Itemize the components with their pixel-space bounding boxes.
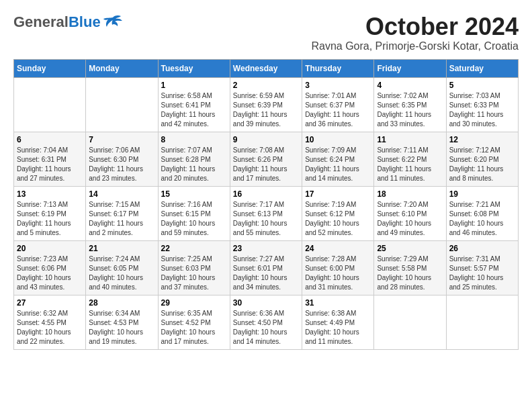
day-number: 23 (233, 244, 299, 253)
calendar-week-row: 1Sunrise: 6:58 AMSunset: 6:41 PMDaylight… (14, 77, 519, 132)
logo-text: GeneralBlue (13, 13, 101, 31)
day-info: Sunrise: 7:20 AMSunset: 6:10 PMDaylight:… (377, 200, 443, 238)
day-number: 26 (449, 244, 515, 253)
day-info: Sunrise: 7:01 AMSunset: 6:37 PMDaylight:… (305, 91, 371, 129)
calendar-cell: 24Sunrise: 7:28 AMSunset: 6:00 PMDayligh… (302, 240, 374, 295)
day-of-week-header: Thursday (302, 59, 374, 77)
calendar-cell: 5Sunrise: 7:03 AMSunset: 6:33 PMDaylight… (446, 77, 518, 132)
calendar-cell: 4Sunrise: 7:02 AMSunset: 6:35 PMDaylight… (374, 77, 446, 132)
day-number: 3 (305, 81, 371, 90)
month-title: October 2024 (311, 13, 519, 40)
calendar-header-row: SundayMondayTuesdayWednesdayThursdayFrid… (14, 59, 519, 77)
calendar-cell: 9Sunrise: 7:08 AMSunset: 6:26 PMDaylight… (230, 132, 302, 186)
day-info: Sunrise: 7:19 AMSunset: 6:12 PMDaylight:… (305, 200, 371, 238)
calendar-cell: 8Sunrise: 7:07 AMSunset: 6:28 PMDaylight… (158, 132, 230, 186)
calendar-cell (446, 295, 518, 349)
day-number: 20 (17, 244, 83, 253)
calendar-cell: 26Sunrise: 7:31 AMSunset: 5:57 PMDayligh… (446, 240, 518, 295)
day-number: 7 (89, 135, 154, 144)
day-number: 5 (449, 81, 515, 90)
calendar-cell: 30Sunrise: 6:36 AMSunset: 4:50 PMDayligh… (230, 295, 302, 349)
calendar-cell: 2Sunrise: 6:59 AMSunset: 6:39 PMDaylight… (230, 77, 302, 132)
day-info: Sunrise: 7:11 AMSunset: 6:22 PMDaylight:… (377, 146, 443, 183)
day-number: 15 (161, 189, 227, 199)
day-number: 4 (377, 81, 443, 90)
day-number: 25 (377, 244, 443, 253)
calendar-cell: 17Sunrise: 7:19 AMSunset: 6:12 PMDayligh… (302, 186, 374, 240)
day-number: 10 (305, 135, 371, 144)
day-info: Sunrise: 7:16 AMSunset: 6:15 PMDaylight:… (161, 200, 227, 238)
calendar-cell: 7Sunrise: 7:06 AMSunset: 6:30 PMDaylight… (86, 132, 158, 186)
day-number: 8 (161, 135, 227, 144)
calendar-cell: 21Sunrise: 7:24 AMSunset: 6:05 PMDayligh… (86, 240, 158, 295)
day-number: 22 (161, 244, 227, 253)
day-number: 27 (17, 298, 83, 308)
calendar-table: SundayMondayTuesdayWednesdayThursdayFrid… (13, 59, 519, 350)
logo: GeneralBlue (13, 13, 122, 31)
day-number: 28 (89, 298, 154, 308)
day-info: Sunrise: 6:32 AMSunset: 4:55 PMDaylight:… (17, 309, 83, 347)
day-info: Sunrise: 7:03 AMSunset: 6:33 PMDaylight:… (449, 91, 515, 129)
page-header: GeneralBlue October 2024 Ravna Gora, Pri… (13, 13, 519, 52)
day-number: 31 (305, 298, 371, 308)
day-number: 18 (377, 189, 443, 199)
calendar-cell: 22Sunrise: 7:25 AMSunset: 6:03 PMDayligh… (158, 240, 230, 295)
day-info: Sunrise: 7:24 AMSunset: 6:05 PMDaylight:… (89, 255, 154, 292)
day-number: 14 (89, 189, 154, 199)
day-info: Sunrise: 7:06 AMSunset: 6:30 PMDaylight:… (89, 146, 154, 183)
calendar-cell: 23Sunrise: 7:27 AMSunset: 6:01 PMDayligh… (230, 240, 302, 295)
day-info: Sunrise: 7:17 AMSunset: 6:13 PMDaylight:… (233, 200, 299, 238)
day-number: 24 (305, 244, 371, 253)
day-info: Sunrise: 7:09 AMSunset: 6:24 PMDaylight:… (305, 146, 371, 183)
day-info: Sunrise: 7:27 AMSunset: 6:01 PMDaylight:… (233, 255, 299, 292)
day-info: Sunrise: 7:12 AMSunset: 6:20 PMDaylight:… (449, 146, 515, 183)
day-info: Sunrise: 6:34 AMSunset: 4:53 PMDaylight:… (89, 309, 154, 347)
calendar-cell: 1Sunrise: 6:58 AMSunset: 6:41 PMDaylight… (158, 77, 230, 132)
day-info: Sunrise: 6:59 AMSunset: 6:39 PMDaylight:… (233, 91, 299, 129)
location-title: Ravna Gora, Primorje-Gorski Kotar, Croat… (311, 40, 519, 52)
day-info: Sunrise: 7:29 AMSunset: 5:58 PMDaylight:… (377, 255, 443, 292)
day-info: Sunrise: 7:04 AMSunset: 6:31 PMDaylight:… (17, 146, 83, 183)
calendar-cell: 28Sunrise: 6:34 AMSunset: 4:53 PMDayligh… (86, 295, 158, 349)
day-number: 19 (449, 189, 515, 199)
day-of-week-header: Sunday (14, 59, 86, 77)
day-info: Sunrise: 7:02 AMSunset: 6:35 PMDaylight:… (377, 91, 443, 129)
day-number: 17 (305, 189, 371, 199)
day-number: 9 (233, 135, 299, 144)
day-info: Sunrise: 7:15 AMSunset: 6:17 PMDaylight:… (89, 200, 154, 238)
calendar-week-row: 20Sunrise: 7:23 AMSunset: 6:06 PMDayligh… (14, 240, 519, 295)
day-of-week-header: Wednesday (230, 59, 302, 77)
calendar-cell: 13Sunrise: 7:13 AMSunset: 6:19 PMDayligh… (14, 186, 86, 240)
day-info: Sunrise: 7:28 AMSunset: 6:00 PMDaylight:… (305, 255, 371, 292)
calendar-week-row: 27Sunrise: 6:32 AMSunset: 4:55 PMDayligh… (14, 295, 519, 349)
day-info: Sunrise: 7:25 AMSunset: 6:03 PMDaylight:… (161, 255, 227, 292)
day-info: Sunrise: 7:31 AMSunset: 5:57 PMDaylight:… (449, 255, 515, 292)
day-number: 2 (233, 81, 299, 90)
day-info: Sunrise: 6:36 AMSunset: 4:50 PMDaylight:… (233, 309, 299, 347)
calendar-cell: 25Sunrise: 7:29 AMSunset: 5:58 PMDayligh… (374, 240, 446, 295)
day-info: Sunrise: 6:38 AMSunset: 4:49 PMDaylight:… (305, 309, 371, 347)
calendar-cell: 16Sunrise: 7:17 AMSunset: 6:13 PMDayligh… (230, 186, 302, 240)
day-info: Sunrise: 7:07 AMSunset: 6:28 PMDaylight:… (161, 146, 227, 183)
calendar-cell: 29Sunrise: 6:35 AMSunset: 4:52 PMDayligh… (158, 295, 230, 349)
calendar-cell: 6Sunrise: 7:04 AMSunset: 6:31 PMDaylight… (14, 132, 86, 186)
calendar-cell: 14Sunrise: 7:15 AMSunset: 6:17 PMDayligh… (86, 186, 158, 240)
day-info: Sunrise: 7:13 AMSunset: 6:19 PMDaylight:… (17, 200, 83, 238)
calendar-week-row: 6Sunrise: 7:04 AMSunset: 6:31 PMDaylight… (14, 132, 519, 186)
day-number: 13 (17, 189, 83, 199)
calendar-cell: 19Sunrise: 7:21 AMSunset: 6:08 PMDayligh… (446, 186, 518, 240)
logo-bird-icon (103, 15, 122, 30)
calendar-cell (374, 295, 446, 349)
day-number: 6 (17, 135, 83, 144)
day-of-week-header: Tuesday (158, 59, 230, 77)
calendar-cell: 11Sunrise: 7:11 AMSunset: 6:22 PMDayligh… (374, 132, 446, 186)
calendar-cell (14, 77, 86, 132)
calendar-cell: 18Sunrise: 7:20 AMSunset: 6:10 PMDayligh… (374, 186, 446, 240)
day-number: 16 (233, 189, 299, 199)
day-info: Sunrise: 7:08 AMSunset: 6:26 PMDaylight:… (233, 146, 299, 183)
day-info: Sunrise: 6:35 AMSunset: 4:52 PMDaylight:… (161, 309, 227, 347)
day-of-week-header: Friday (374, 59, 446, 77)
day-number: 30 (233, 298, 299, 308)
day-number: 21 (89, 244, 154, 253)
day-number: 1 (161, 81, 227, 90)
